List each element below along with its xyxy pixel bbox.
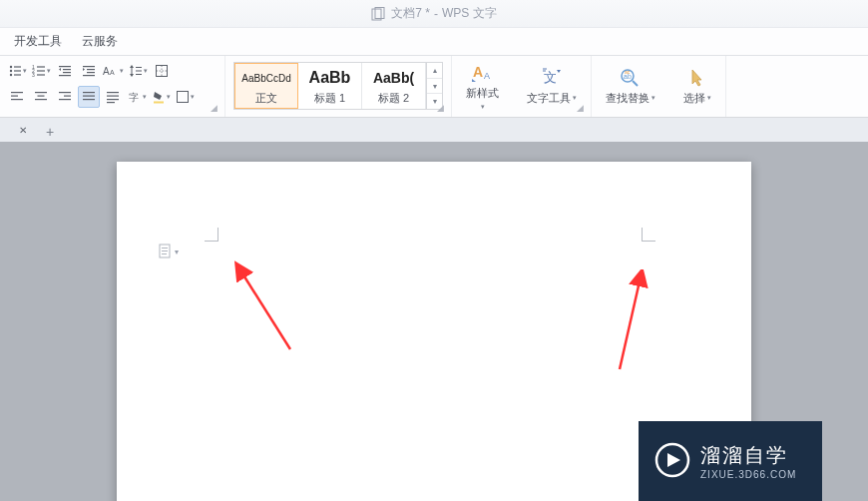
borders-button[interactable]: [151, 60, 173, 82]
svg-text:字: 字: [129, 92, 139, 103]
svg-rect-31: [136, 74, 142, 75]
numbered-list-button[interactable]: 123 ▾: [30, 60, 52, 82]
align-left-button[interactable]: [6, 86, 28, 108]
svg-line-66: [242, 273, 290, 349]
new-style-group: AA 新样式 ▾: [452, 56, 513, 117]
dropdown-icon: ▾: [47, 67, 51, 75]
svg-rect-63: [162, 250, 168, 251]
svg-rect-38: [35, 92, 47, 93]
increase-indent-button[interactable]: [78, 60, 100, 82]
style-heading-2[interactable]: AaBb( 标题 2: [362, 63, 426, 109]
add-tab-button[interactable]: +: [40, 122, 60, 142]
svg-rect-35: [11, 92, 23, 93]
smart-tag[interactable]: ▾: [159, 244, 179, 259]
svg-rect-14: [59, 66, 71, 67]
style-heading-1[interactable]: AaBb 标题 1: [298, 63, 362, 109]
svg-text:A: A: [484, 71, 490, 81]
tab-dev-tools[interactable]: 开发工具: [14, 33, 62, 50]
styles-gallery: AaBbCcDd 正文 AaBb 标题 1 AaBb( 标题 2 ▴ ▾ ▾: [233, 62, 443, 110]
svg-rect-50: [107, 102, 115, 103]
svg-rect-39: [38, 96, 45, 97]
dropdown-icon: ▾: [651, 94, 655, 102]
bullet-list-button[interactable]: ▾: [6, 60, 28, 82]
document-tab[interactable]: ✕: [4, 118, 34, 142]
decrease-indent-button[interactable]: [54, 60, 76, 82]
dropdown-icon: ▾: [707, 94, 711, 102]
select-group: 选择▾: [669, 56, 726, 117]
paragraph-launcher-icon[interactable]: ◢: [211, 104, 220, 114]
svg-marker-70: [667, 453, 680, 467]
align-distribute-button[interactable]: [102, 86, 124, 108]
styles-group: AaBbCcDd 正文 AaBb 标题 1 AaBb( 标题 2 ▴ ▾ ▾ ◢: [225, 56, 452, 117]
app-icon: [371, 7, 385, 21]
dropdown-icon: ▾: [143, 93, 147, 101]
align-center-button[interactable]: [30, 86, 52, 108]
dropdown-icon: ▾: [175, 248, 179, 256]
svg-rect-46: [83, 99, 95, 100]
watermark-brand: 溜溜自学: [700, 442, 796, 469]
paragraph-group: ▾ 123 ▾ AA ▾ ▾: [0, 56, 225, 117]
dropdown-icon: ▾: [23, 67, 27, 75]
arrow-annotation-right: [610, 269, 659, 379]
shading-button[interactable]: ▾: [150, 86, 172, 108]
svg-marker-15: [59, 68, 61, 71]
ribbon-tabs: 开发工具 云服务: [0, 28, 868, 56]
svg-rect-30: [136, 71, 142, 72]
svg-rect-47: [107, 92, 119, 93]
svg-rect-45: [83, 96, 95, 97]
align-justify-button[interactable]: [78, 86, 100, 108]
find-replace-group: abac 查找替换▾: [592, 56, 669, 117]
paragraph-row1: ▾ 123 ▾ AA ▾ ▾: [6, 60, 218, 82]
svg-marker-20: [83, 68, 85, 71]
line-spacing-button[interactable]: ▾: [127, 60, 149, 82]
svg-rect-29: [136, 67, 142, 68]
text-direction-button[interactable]: 字 ▾: [126, 86, 148, 108]
svg-text:ac: ac: [625, 69, 631, 75]
dropdown-icon: ▾: [144, 67, 148, 75]
svg-rect-62: [162, 248, 168, 249]
paragraph-row2: 字 ▾ ▾ ▾: [6, 86, 218, 108]
svg-rect-52: [154, 102, 164, 104]
svg-point-4: [9, 70, 11, 72]
svg-marker-28: [130, 74, 134, 77]
svg-line-68: [620, 281, 640, 369]
styles-launcher-icon[interactable]: ◢: [437, 104, 447, 114]
svg-rect-5: [14, 70, 21, 71]
svg-rect-64: [162, 253, 167, 254]
svg-line-60: [633, 81, 638, 86]
svg-text:A: A: [473, 64, 483, 80]
svg-rect-17: [63, 72, 71, 73]
watermark: 溜溜自学 ZIXUE.3D66.COM: [639, 421, 822, 501]
svg-rect-53: [177, 92, 188, 103]
svg-rect-23: [83, 75, 95, 76]
text-tool-icon: 文: [539, 67, 565, 89]
select-button[interactable]: 选择▾: [675, 60, 719, 112]
align-right-button[interactable]: [54, 86, 76, 108]
svg-rect-22: [87, 72, 95, 73]
title-bar: 文档7 * - WPS 文字: [0, 0, 868, 28]
svg-rect-16: [63, 69, 71, 70]
svg-rect-18: [59, 75, 71, 76]
svg-rect-44: [83, 92, 95, 93]
close-icon[interactable]: ✕: [16, 123, 30, 137]
dropdown-icon: ▾: [167, 93, 171, 101]
ribbon: ▾ 123 ▾ AA ▾ ▾: [0, 56, 868, 118]
find-replace-button[interactable]: abac 查找替换▾: [598, 60, 663, 112]
svg-rect-3: [14, 66, 21, 67]
svg-text:A: A: [110, 69, 115, 76]
svg-rect-13: [37, 74, 45, 75]
svg-rect-48: [107, 96, 119, 97]
svg-rect-36: [11, 96, 18, 97]
scroll-down-icon[interactable]: ▾: [427, 79, 442, 95]
tab-cloud[interactable]: 云服务: [82, 33, 118, 50]
dropdown-icon: ▾: [481, 103, 485, 111]
new-style-icon: AA: [470, 62, 496, 84]
svg-rect-42: [64, 96, 71, 97]
scroll-up-icon[interactable]: ▴: [427, 63, 442, 79]
char-scale-button[interactable]: AA ▾: [102, 60, 125, 82]
text-tool-launcher-icon[interactable]: ◢: [577, 104, 587, 114]
style-normal[interactable]: AaBbCcDd 正文: [234, 63, 298, 109]
text-tool-button[interactable]: 文 文字工具▾: [519, 60, 585, 112]
cell-border-button[interactable]: ▾: [174, 86, 196, 108]
new-style-button[interactable]: AA 新样式 ▾: [458, 60, 507, 112]
